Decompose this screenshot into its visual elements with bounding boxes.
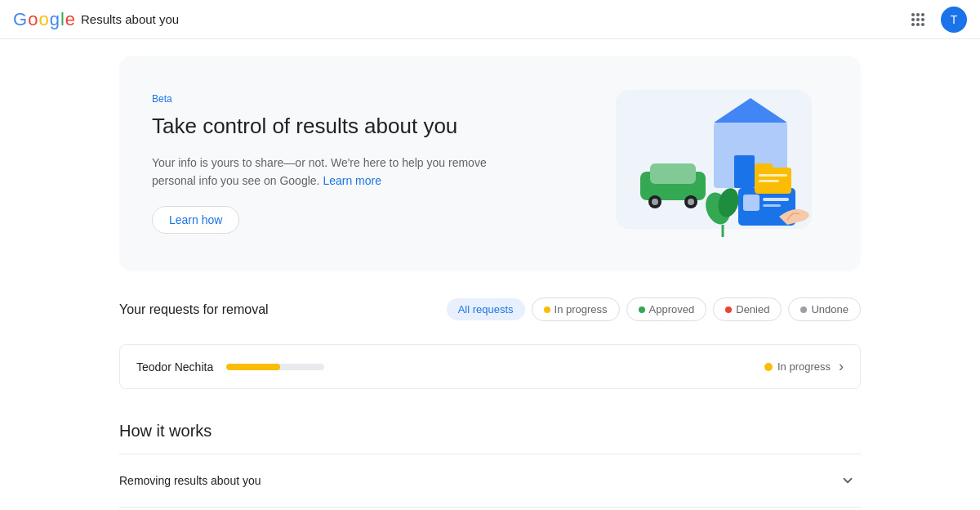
svg-point-7 bbox=[916, 23, 920, 26]
svg-point-8 bbox=[921, 23, 924, 26]
requests-section-title: Your requests for removal bbox=[119, 302, 269, 317]
filter-label: All requests bbox=[458, 303, 514, 315]
svg-rect-28 bbox=[759, 174, 787, 177]
learn-how-button[interactable]: Learn how bbox=[152, 206, 239, 234]
progress-bar-fill bbox=[226, 364, 280, 370]
filter-pill-undone[interactable]: Undone bbox=[788, 298, 861, 321]
google-logo: Google bbox=[13, 9, 74, 30]
chevron-right-icon: › bbox=[839, 358, 844, 375]
filter-dot bbox=[725, 306, 732, 313]
illustration-svg bbox=[599, 82, 828, 245]
status-label: In progress bbox=[777, 360, 831, 373]
filter-dot bbox=[639, 306, 645, 313]
svg-rect-21 bbox=[763, 198, 789, 201]
filter-row: All requestsIn progressApprovedDeniedUnd… bbox=[447, 298, 861, 321]
svg-rect-12 bbox=[734, 155, 755, 188]
svg-rect-14 bbox=[650, 163, 696, 184]
hero-card: Beta Take control of results about you Y… bbox=[119, 56, 861, 271]
status-badge: In progress bbox=[764, 360, 831, 373]
filter-pill-denied[interactable]: Denied bbox=[713, 298, 782, 321]
progress-bar bbox=[226, 364, 324, 370]
page-title: Results about you bbox=[81, 12, 179, 26]
filter-dot bbox=[544, 306, 550, 313]
accordion-list: Removing results about you Removing resu… bbox=[119, 454, 861, 510]
request-name: Teodor Nechita bbox=[136, 360, 213, 374]
grid-icon bbox=[910, 11, 926, 28]
hero-title: Take control of results about you bbox=[152, 113, 523, 141]
svg-point-3 bbox=[911, 18, 915, 21]
beta-badge: Beta bbox=[152, 93, 523, 105]
hero-description: Your info is yours to share—or not. We'r… bbox=[152, 154, 523, 190]
filter-pill-in-progress[interactable]: In progress bbox=[532, 298, 620, 321]
svg-point-5 bbox=[921, 18, 924, 21]
accordion-item-0[interactable]: Removing results about you bbox=[119, 454, 861, 507]
how-it-works-title: How it works bbox=[119, 422, 861, 441]
svg-rect-27 bbox=[755, 163, 773, 170]
svg-point-1 bbox=[916, 13, 920, 16]
avatar[interactable]: T bbox=[941, 7, 967, 33]
status-dot bbox=[764, 363, 773, 371]
filter-pill-all-requests[interactable]: All requests bbox=[447, 298, 525, 320]
svg-rect-29 bbox=[759, 180, 779, 182]
request-right: In progress › bbox=[764, 358, 844, 375]
filter-label: Denied bbox=[736, 303, 769, 315]
svg-point-0 bbox=[911, 13, 915, 16]
svg-rect-20 bbox=[743, 195, 760, 211]
header-left: Google Results about you bbox=[13, 9, 179, 30]
app-header: Google Results about you T bbox=[0, 0, 980, 39]
svg-rect-22 bbox=[763, 204, 781, 207]
filter-label: Undone bbox=[811, 303, 849, 315]
learn-more-link[interactable]: Learn more bbox=[323, 174, 381, 187]
chevron-down-icon bbox=[835, 468, 861, 494]
accordion-label: Removing results about you bbox=[119, 474, 261, 487]
main-content: Beta Take control of results about you Y… bbox=[106, 39, 874, 510]
hero-content: Beta Take control of results about you Y… bbox=[152, 93, 523, 235]
filter-label: In progress bbox=[555, 303, 608, 315]
apps-button[interactable] bbox=[905, 7, 931, 33]
svg-point-2 bbox=[921, 13, 924, 16]
how-it-works-section: How it works Removing results about you … bbox=[119, 422, 861, 510]
filter-pill-approved[interactable]: Approved bbox=[626, 298, 707, 321]
filter-dot bbox=[800, 306, 807, 313]
request-left: Teodor Nechita bbox=[136, 360, 324, 374]
svg-point-6 bbox=[911, 23, 915, 26]
request-list: Teodor Nechita In progress › bbox=[119, 344, 861, 389]
svg-point-16 bbox=[652, 199, 658, 205]
accordion-item-1[interactable]: Removing results about you that don't sh… bbox=[119, 507, 861, 510]
filter-label: Approved bbox=[649, 303, 695, 315]
svg-point-4 bbox=[916, 18, 920, 21]
header-right: T bbox=[905, 7, 967, 33]
hero-illustration bbox=[599, 82, 828, 245]
requests-section: Your requests for removal All requestsIn… bbox=[119, 298, 861, 389]
svg-point-18 bbox=[688, 199, 694, 205]
request-card[interactable]: Teodor Nechita In progress › bbox=[119, 344, 861, 389]
